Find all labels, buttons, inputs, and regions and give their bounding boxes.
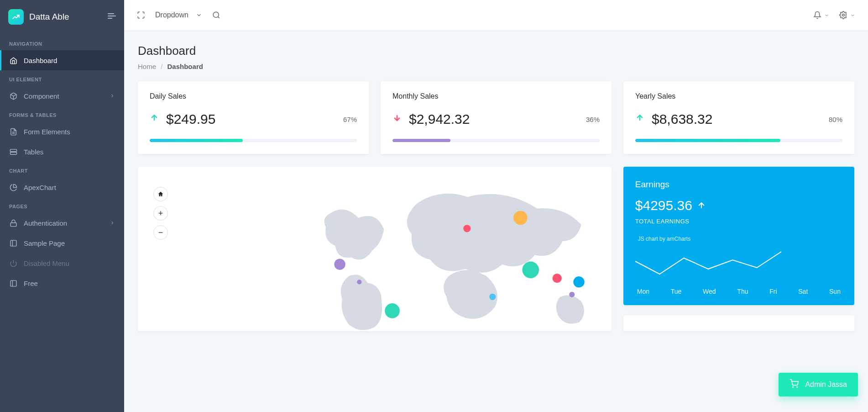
map-point[interactable] (385, 303, 400, 318)
stat-progress (635, 139, 842, 142)
map-point[interactable] (513, 211, 528, 225)
server-icon (9, 148, 17, 156)
earnings-day-label: Wed (703, 288, 716, 295)
nav-section-chart: CHART (0, 162, 124, 177)
sidebar-item-label: Authentication (24, 219, 67, 227)
earnings-day-label: Fri (769, 288, 777, 295)
fab-label: Admin Jassa (805, 380, 847, 389)
dropdown-label: Dropdown (155, 11, 188, 19)
topbar: Dropdown (124, 0, 868, 30)
search-icon[interactable] (212, 11, 220, 19)
svg-rect-9 (10, 240, 16, 246)
map-point[interactable] (553, 274, 562, 283)
sidebar-item-disabled: Disabled Menu (0, 253, 124, 273)
stat-progress (392, 139, 600, 142)
stat-card: Monthly Sales $2,942.32 36% (381, 81, 612, 154)
breadcrumb: Home / Dashboard (138, 63, 854, 70)
earnings-chart-note: JS chart by amCharts (635, 236, 842, 242)
notification-icon[interactable] (813, 11, 829, 19)
page-title: Dashboard (138, 44, 854, 58)
sidebar-toggle-icon[interactable] (108, 13, 116, 21)
map-point[interactable] (573, 276, 584, 287)
box-icon (9, 92, 17, 100)
admin-fab[interactable]: Admin Jassa (779, 373, 858, 396)
breadcrumb-current: Dashboard (167, 63, 203, 70)
stat-value: $2,942.32 (409, 111, 470, 127)
map-point[interactable] (463, 225, 471, 232)
card-placeholder (623, 315, 854, 331)
arrow-up-icon (635, 113, 644, 125)
sidebar-icon (9, 279, 17, 287)
earnings-day-label: Sat (798, 288, 808, 295)
lock-icon (9, 219, 17, 227)
stat-value: $249.95 (166, 111, 215, 127)
map-zoom-in-button[interactable]: + (153, 206, 168, 221)
sidebar-item-label: Sample Page (24, 239, 65, 247)
earnings-day-label: Mon (637, 288, 649, 295)
map-point[interactable] (334, 259, 345, 269)
arrow-down-icon (392, 113, 402, 125)
sidebar-icon (9, 239, 17, 247)
map-point[interactable] (522, 262, 539, 279)
earnings-day-label: Sun (829, 288, 841, 295)
stat-percent: 67% (343, 116, 357, 123)
nav-section-forms: FORMS & TABLES (0, 106, 124, 121)
earnings-day-label: Tue (671, 288, 682, 295)
sidebar: Datta Able NAVIGATION Dashboard UI ELEME… (0, 0, 124, 412)
settings-icon[interactable] (839, 11, 855, 19)
arrow-up-icon (150, 113, 159, 125)
sidebar-item-label: Component (24, 92, 59, 100)
earnings-card: Earnings $4295.36 TOTAL EARNINGS JS char… (623, 167, 854, 305)
brand-logo (8, 9, 24, 25)
power-icon (9, 259, 17, 267)
svg-line-15 (218, 16, 219, 18)
stat-card: Yearly Sales $8,638.32 80% (623, 81, 854, 154)
sidebar-item-label: Dashboard (24, 57, 57, 64)
svg-point-21 (793, 387, 794, 388)
world-map-card: + − (138, 167, 612, 331)
svg-point-22 (797, 387, 798, 388)
breadcrumb-home[interactable]: Home (138, 63, 156, 70)
sidebar-item-label: Tables (24, 148, 43, 156)
earnings-subtitle: TOTAL EARNINGS (635, 218, 842, 225)
file-icon (9, 127, 17, 136)
stat-percent: 36% (586, 116, 600, 123)
brand-title: Datta Able (29, 12, 69, 22)
sidebar-item-apexchart[interactable]: ApexChart (0, 177, 124, 197)
map-zoom-out-button[interactable]: − (153, 225, 168, 240)
map-point[interactable] (569, 292, 575, 297)
svg-rect-8 (10, 222, 16, 226)
dropdown-toggle[interactable]: Dropdown (155, 11, 202, 19)
sidebar-item-dashboard[interactable]: Dashboard (0, 50, 124, 70)
map-point[interactable] (489, 294, 496, 300)
svg-point-16 (842, 14, 845, 16)
cart-icon (790, 379, 799, 390)
svg-point-14 (213, 12, 219, 17)
sidebar-item-sample-page[interactable]: Sample Page (0, 233, 124, 253)
sidebar-item-form-elements[interactable]: Form Elements (0, 121, 124, 142)
earnings-day-label: Thu (737, 288, 748, 295)
sidebar-item-free[interactable]: Free (0, 273, 124, 293)
chevron-right-icon (110, 92, 115, 100)
sidebar-item-label: Disabled Menu (24, 259, 69, 267)
map-home-button[interactable] (153, 187, 168, 201)
sidebar-item-authentication[interactable]: Authentication (0, 213, 124, 233)
stat-title: Monthly Sales (392, 92, 600, 100)
stat-title: Yearly Sales (635, 92, 842, 100)
sidebar-item-tables[interactable]: Tables (0, 142, 124, 162)
home-icon (9, 56, 17, 64)
fullscreen-icon[interactable] (137, 11, 145, 19)
earnings-chart (635, 248, 781, 280)
pie-icon (9, 183, 17, 191)
earnings-value: $4295.36 (635, 198, 692, 213)
svg-rect-7 (10, 152, 16, 154)
stat-progress (150, 139, 357, 142)
map-point[interactable] (357, 280, 361, 284)
earnings-title: Earnings (635, 180, 842, 190)
arrow-up-icon (697, 198, 706, 213)
svg-rect-12 (10, 280, 16, 286)
sidebar-item-component[interactable]: Component (0, 86, 124, 106)
nav-section-navigation: NAVIGATION (0, 35, 124, 50)
svg-rect-6 (10, 149, 16, 151)
stat-card: Daily Sales $249.95 67% (138, 81, 369, 154)
